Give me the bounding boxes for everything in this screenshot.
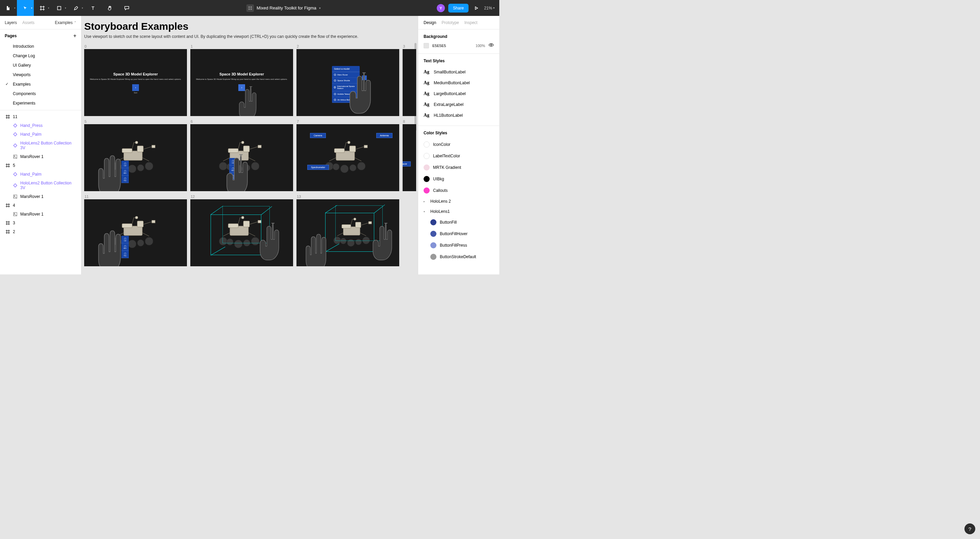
shape-tool-button[interactable]: ▾ [51, 0, 68, 16]
color-style-item[interactable]: IconColor [423, 139, 494, 150]
file-title-area[interactable]: Mixed Reality Toolkit for Figma ▾ [135, 5, 432, 12]
background-swatch[interactable] [423, 43, 429, 48]
hand-tool-button[interactable] [102, 0, 118, 16]
canvas-frame[interactable]: 11▢Label▢Adjust▢Setup [84, 195, 187, 266]
visibility-toggle-icon[interactable] [488, 42, 494, 49]
color-style-item[interactable]: Callouts [423, 185, 494, 196]
page-item[interactable]: Examples [0, 80, 81, 89]
color-style-item[interactable]: MRTK Gradient [423, 162, 494, 173]
move-tool-button[interactable]: ▾ [17, 0, 34, 16]
layer-item[interactable]: Hand_Palm [0, 170, 81, 179]
page-item[interactable]: Introduction [0, 41, 81, 51]
layer-frame[interactable]: 2 [0, 227, 81, 236]
page-item[interactable]: Experiments [0, 99, 81, 108]
frame-body[interactable]: Select a modelMars RoverSpace ShuttleInt… [296, 49, 399, 116]
color-style-group[interactable]: ▸HoloLens 2 [423, 196, 494, 206]
frame-tool-button[interactable]: ▾ [34, 0, 51, 16]
canvas-frame[interactable]: 12 [190, 195, 293, 266]
canvas-frame[interactable]: 0Space 3D Model ExplorerWelcome to Space… [84, 44, 187, 116]
chevron-down-icon: ▾ [14, 7, 16, 10]
background-hex[interactable]: E5E5E5 [432, 44, 472, 48]
text-style-icon: Ag [423, 113, 430, 118]
layer-frame[interactable]: 4 [0, 201, 81, 210]
layers-tab[interactable]: Layers [5, 20, 17, 25]
layer-item[interactable]: MarsRover 1 [0, 192, 81, 201]
frame-body[interactable]: Space 3D Model ExplorerWelcome to Space … [190, 49, 293, 116]
frame-body[interactable]: ▢Label▢Adjust▢Setup [84, 199, 187, 266]
layer-item[interactable]: Hand_Press [0, 121, 81, 130]
prototype-tab[interactable]: Prototype [441, 20, 459, 25]
background-color-row[interactable]: E5E5E5 100% [423, 42, 494, 49]
share-button[interactable]: Share [448, 4, 469, 13]
frame-body[interactable]: Space 3D Model ExplorerWelcome to Space … [84, 49, 187, 116]
frame-body[interactable]: ▢Label▢Adjust▢Setup [84, 124, 187, 191]
layer-item[interactable]: MarsRover 1 [0, 210, 81, 218]
canvas-frame[interactable]: 7CameraAntennaSpectrometer [296, 120, 399, 191]
design-tab[interactable]: Design [423, 20, 436, 25]
page-selector-dropdown[interactable]: Examples ⌃ [55, 20, 76, 25]
frame-label: 12 [190, 195, 293, 199]
color-swatch-icon [430, 242, 436, 248]
team-icon [247, 5, 254, 12]
canvas-frame[interactable]: 2Select a modelMars RoverSpace ShuttleIn… [296, 44, 399, 116]
zoom-dropdown[interactable]: 21% ▾ [484, 6, 495, 11]
page-item[interactable]: UI Gallery [0, 61, 81, 70]
background-opacity[interactable]: 100% [476, 44, 485, 48]
top-toolbar: ▾ ▾ ▾ ▾ ▾ Mixed Reality T [0, 0, 499, 16]
svg-point-10 [14, 213, 15, 214]
present-button[interactable] [472, 6, 481, 11]
image-icon [13, 154, 18, 159]
svg-point-18 [145, 162, 153, 170]
add-page-button[interactable]: + [73, 33, 76, 39]
canvas-frame[interactable]: 5▢Label▢Adjust▢Setup [84, 120, 187, 191]
frame-body[interactable]: Spectr [402, 124, 416, 191]
assets-tab[interactable]: Assets [22, 20, 35, 25]
text-style-item[interactable]: AgExtraLargeLabel [423, 99, 494, 110]
comment-tool-button[interactable] [118, 0, 135, 16]
layer-item[interactable]: HoloLens2 Button Collection 3V [0, 179, 81, 192]
layer-item[interactable]: Hand_Palm [0, 130, 81, 139]
color-style-item[interactable]: ButtonFill [423, 217, 494, 228]
text-style-item[interactable]: AgSmallButtonLabel [423, 67, 494, 78]
frame-body[interactable]: CameraAntennaSpectrometer [296, 124, 399, 191]
page-item[interactable]: Viewports [0, 70, 81, 80]
canvas[interactable]: Storyboard Examples Use viewport to sket… [81, 16, 418, 274]
inspect-tab[interactable]: Inspect [465, 20, 478, 25]
main-menu-button[interactable]: ▾ [0, 0, 17, 16]
frame-body[interactable] [402, 49, 416, 116]
user-avatar[interactable]: Y [437, 4, 445, 12]
page-item[interactable]: Change Log [0, 51, 81, 61]
layer-frame[interactable]: 5 [0, 161, 81, 170]
page-item[interactable]: Components [0, 89, 81, 99]
frame-body[interactable]: ▢Label▢Adjust▢Setup [190, 124, 293, 191]
text-style-item[interactable]: AgMediumButtonLabel [423, 78, 494, 88]
color-style-group[interactable]: ▾HoloLens1 [423, 206, 494, 217]
frame-body[interactable] [190, 199, 293, 266]
color-style-item[interactable]: ButtonStrokeDefault [423, 251, 494, 263]
frame-label: 11 [84, 195, 187, 199]
color-style-item[interactable]: ButtonFillHover [423, 228, 494, 239]
frame-body[interactable] [296, 199, 399, 266]
frame-icon [5, 114, 10, 119]
color-swatch-icon [423, 176, 430, 182]
canvas-frame[interactable]: 6▢Label▢Adjust▢Setup [190, 120, 293, 191]
canvas-frame[interactable]: 8Spectr [402, 120, 416, 191]
canvas-subtitle: Use viewport to sketch out the scene lay… [84, 34, 418, 39]
canvas-frame[interactable]: 3 [402, 44, 416, 116]
svg-point-24 [241, 141, 244, 144]
layer-item[interactable]: MarsRover 1 [0, 152, 81, 161]
color-style-item[interactable]: LabelTextColor [423, 150, 494, 162]
canvas-frame[interactable]: 1Space 3D Model ExplorerWelcome to Space… [190, 44, 293, 116]
text-tool-button[interactable] [84, 0, 102, 16]
pen-tool-button[interactable]: ▾ [68, 0, 84, 16]
color-swatch-icon [430, 254, 436, 260]
text-style-item[interactable]: AgHL1ButtonLabel [423, 110, 494, 121]
color-style-item[interactable]: UIBkg [423, 173, 494, 185]
layer-frame[interactable]: 3 [0, 218, 81, 227]
layer-item[interactable]: HoloLens2 Button Collection 3V [0, 139, 81, 152]
layer-frame[interactable]: 11 [0, 112, 81, 121]
frame-label: 7 [296, 120, 399, 123]
color-style-item[interactable]: ButtonFillPress [423, 239, 494, 251]
canvas-frame[interactable]: 13 [296, 195, 399, 266]
text-style-item[interactable]: AgLargeButtonLabel [423, 88, 494, 99]
